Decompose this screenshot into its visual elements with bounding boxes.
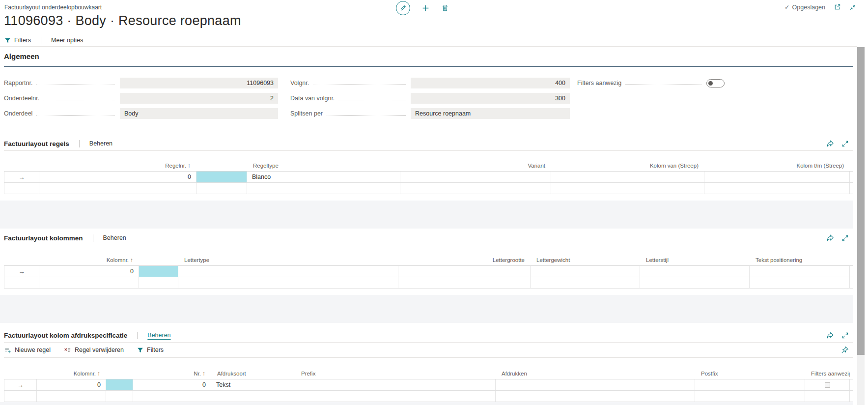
cell-tekst-positionering[interactable] xyxy=(750,266,850,277)
popout-button[interactable] xyxy=(834,3,841,11)
section-factuurlayout-kolommen: Factuurlayout kolommen Beheren Kolomnr. … xyxy=(4,231,853,323)
cell-postfix[interactable] xyxy=(695,379,805,390)
cell-kolomnr[interactable]: 0 xyxy=(39,266,139,277)
expand-section-icon[interactable] xyxy=(841,234,849,242)
cell-filters-aanwezig[interactable] xyxy=(805,379,850,390)
afdruk-manage-button[interactable]: Beheren xyxy=(147,332,170,339)
funnel-icon xyxy=(137,347,143,353)
grid-filters-button[interactable]: Filters xyxy=(137,347,164,353)
col-header-lettergrootte[interactable]: Lettergrootte xyxy=(398,257,531,263)
filters-aanwezig-toggle[interactable] xyxy=(706,79,725,87)
table-row[interactable]: → 0 0 Tekst xyxy=(4,379,853,391)
table-row[interactable]: → 0 xyxy=(4,266,853,277)
data-van-volgnr-input[interactable]: 300 xyxy=(411,93,570,104)
col-header-lettertype[interactable]: Lettertype xyxy=(178,257,398,263)
kolommen-caption: Factuurlayout kolommen xyxy=(4,234,83,242)
afdruk-caption: Factuurlayout kolom afdrukspecificatie xyxy=(4,332,127,339)
cell-regelnr[interactable]: 0 xyxy=(39,172,196,182)
filters-label: Filters xyxy=(14,37,31,44)
share-icon[interactable] xyxy=(826,331,834,339)
col-header-afdrukken[interactable]: Afdrukken xyxy=(496,371,695,376)
table-row-empty[interactable] xyxy=(4,183,853,194)
expand-section-icon[interactable] xyxy=(841,140,849,147)
scrollbar-thumb[interactable] xyxy=(857,47,865,355)
field-onderdeel: Onderdeel Body xyxy=(4,108,278,119)
expand-section-icon[interactable] xyxy=(841,332,849,339)
col-header-postfix[interactable]: Postfix xyxy=(695,371,805,376)
cell-kolomnr[interactable]: 0 xyxy=(37,379,106,390)
selected-cell[interactable] xyxy=(139,266,178,277)
dotted-leader xyxy=(313,84,406,85)
col-header-tekst-positionering[interactable]: Tekst positionering xyxy=(750,257,850,263)
cell-lettertype[interactable] xyxy=(178,266,398,277)
new-button[interactable] xyxy=(421,4,430,12)
cell-kolom-van[interactable] xyxy=(551,172,704,182)
check-icon: ✓ xyxy=(784,3,789,11)
filters-aanwezig-checkbox xyxy=(825,382,830,388)
algemeen-caption[interactable]: Algemeen xyxy=(4,52,853,67)
pin-button[interactable] xyxy=(841,346,853,354)
grid-filters-label: Filters xyxy=(147,347,164,353)
cell-lettergewicht[interactable] xyxy=(531,266,640,277)
col-header-kolomnr[interactable]: Kolomnr. ↑ xyxy=(37,371,106,376)
selected-cell[interactable] xyxy=(196,172,247,182)
divider xyxy=(79,140,80,147)
row-indicator-icon: → xyxy=(4,379,37,390)
field-label: Filters aanwezig xyxy=(577,80,621,87)
dotted-leader xyxy=(36,84,115,85)
splitsen-per-input[interactable]: Resource roepnaam xyxy=(411,108,570,119)
cell-variant[interactable] xyxy=(400,172,551,182)
more-options-button[interactable]: Meer opties xyxy=(51,37,83,44)
col-header-kolom-van[interactable]: Kolom van (Streep) xyxy=(551,163,704,169)
cell-regeltype[interactable]: Blanco xyxy=(247,172,400,182)
collapse-button[interactable] xyxy=(849,4,856,11)
table-row[interactable]: → 0 Blanco xyxy=(4,172,853,183)
delete-button[interactable] xyxy=(441,4,449,12)
table-row-empty[interactable] xyxy=(4,277,853,289)
filters-button[interactable]: Filters xyxy=(4,37,31,44)
col-header-variant[interactable]: Variant xyxy=(400,163,551,169)
vertical-scrollbar[interactable] xyxy=(857,47,865,405)
kolommen-caption-row: Factuurlayout kolommen Beheren xyxy=(4,231,853,245)
onderdeel-input[interactable]: Body xyxy=(120,108,278,119)
field-volgnr: Volgnr. 400 xyxy=(290,78,570,88)
regels-table-header: Regelnr. ↑ Regeltype Variant Kolom van (… xyxy=(4,163,853,171)
share-icon[interactable] xyxy=(826,234,834,242)
kolommen-manage-button[interactable]: Beheren xyxy=(103,234,126,241)
field-data-van-volgnr: Data van volgnr. 300 xyxy=(290,93,570,104)
row-indicator-icon: → xyxy=(4,266,39,277)
delete-line-button[interactable]: Regel verwijderen xyxy=(64,347,124,354)
selected-cell[interactable] xyxy=(106,379,133,390)
col-header-lettergewicht[interactable]: Lettergewicht xyxy=(531,257,640,263)
volgnr-input[interactable]: 400 xyxy=(411,78,570,88)
col-header-prefix[interactable]: Prefix xyxy=(295,371,496,376)
cell-afdrukken[interactable] xyxy=(496,379,695,390)
breadcrumb[interactable]: Factuurlayout onderdeelopbouwkaart xyxy=(4,4,102,11)
col-header-regelnr[interactable]: Regelnr. ↑ xyxy=(39,163,196,169)
new-line-button[interactable]: Nieuwe regel xyxy=(4,347,51,354)
cell-nr[interactable]: 0 xyxy=(133,379,211,390)
col-header-regeltype[interactable]: Regeltype xyxy=(247,163,400,169)
save-status: ✓ Opgeslagen xyxy=(784,3,825,11)
col-header-filters-aanwezig[interactable]: Filters aanwezig xyxy=(805,371,850,376)
cell-afdruksoort[interactable]: Tekst xyxy=(211,379,295,390)
onderdeelnr-input[interactable]: 2 xyxy=(120,93,278,104)
col-header-letterstijl[interactable]: Letterstijl xyxy=(640,257,750,263)
cell-prefix[interactable] xyxy=(295,379,496,390)
dotted-leader xyxy=(625,84,701,85)
share-icon[interactable] xyxy=(826,140,834,147)
cell-lettergrootte[interactable] xyxy=(398,266,531,277)
regels-manage-button[interactable]: Beheren xyxy=(89,140,112,147)
col-header-kolom-tm[interactable]: Kolom t/m (Streep) xyxy=(704,163,850,169)
col-header-afdruksoort[interactable]: Afdruksoort xyxy=(211,371,295,376)
col-header-nr[interactable]: Nr. ↑ xyxy=(133,371,211,376)
afdruk-caption-row: Factuurlayout kolom afdrukspecificatie B… xyxy=(4,328,853,343)
edit-button[interactable] xyxy=(396,1,410,15)
col-header-kolomnr[interactable]: Kolomnr. ↑ xyxy=(39,257,139,263)
delete-line-icon xyxy=(64,347,71,354)
kolommen-table-body: → 0 xyxy=(4,265,853,289)
table-row-empty[interactable] xyxy=(4,391,853,402)
rapportnr-input[interactable]: 11096093 xyxy=(120,78,278,88)
cell-kolom-tm[interactable] xyxy=(704,172,850,182)
cell-letterstijl[interactable] xyxy=(640,266,750,277)
